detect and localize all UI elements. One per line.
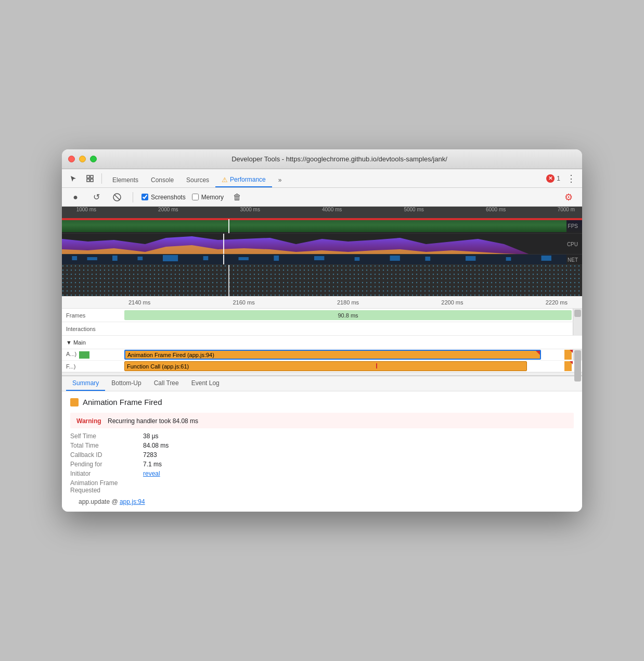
svg-rect-25 xyxy=(62,265,582,296)
tab-performance[interactable]: ⚠ Performance xyxy=(215,173,272,187)
svg-rect-18 xyxy=(355,257,360,261)
tab-call-tree[interactable]: Call Tree xyxy=(148,376,185,391)
flame-label-2: F...) xyxy=(62,363,124,370)
svg-rect-12 xyxy=(138,257,143,260)
stack-link[interactable]: app.js:94 xyxy=(120,498,145,505)
ruler-6000: 6000 ms xyxy=(486,207,506,212)
clear-button[interactable] xyxy=(110,190,124,205)
close-button[interactable] xyxy=(68,156,75,162)
settings-button[interactable]: ⚙ xyxy=(561,190,576,205)
maximize-button[interactable] xyxy=(90,156,97,162)
interactions-content xyxy=(124,322,582,335)
detail-ruler-marks: 2140 ms 2160 ms 2180 ms 2200 ms 2220 ms xyxy=(66,299,578,306)
tab-event-log[interactable]: Event Log xyxy=(185,376,226,391)
green-block xyxy=(79,351,89,359)
svg-rect-14 xyxy=(203,256,209,260)
net-row: NET xyxy=(62,255,582,265)
flame-content-1[interactable]: Animation Frame Fired (app.js:94) xyxy=(124,349,582,360)
cpu-label: CPU xyxy=(567,241,578,247)
frames-duration: 90.8 ms xyxy=(338,312,358,319)
bottom-tabs: Summary Bottom-Up Call Tree Event Log xyxy=(62,376,582,391)
function-call-bar[interactable]: Function Call (app.js:61) xyxy=(124,361,527,371)
summary-title-row: Animation Frame Fired xyxy=(70,398,574,406)
title-bar: Developer Tools - https://googlechrome.g… xyxy=(62,149,582,169)
cpu-row: CPU xyxy=(62,234,582,255)
flame-content-2[interactable]: Function Call (app.js:61) xyxy=(124,361,582,372)
svg-rect-15 xyxy=(239,257,249,260)
detail-mark-4: 2200 ms xyxy=(441,299,463,306)
ruler-2000: 2000 ms xyxy=(158,207,178,212)
detail-mark-2: 2160 ms xyxy=(233,299,254,306)
detail-ruler: 2140 ms 2160 ms 2180 ms 2200 ms 2220 ms xyxy=(62,296,582,309)
overview-area: 1000 ms 2000 ms 3000 ms 4000 ms 5000 ms … xyxy=(62,207,582,296)
warning-label: Warning xyxy=(76,417,101,425)
svg-rect-27 xyxy=(228,265,229,296)
minimize-button[interactable] xyxy=(79,156,86,162)
svg-rect-21 xyxy=(466,256,475,261)
tab-more[interactable]: » xyxy=(272,173,288,187)
frame-requested-key: Animation Frame Requested xyxy=(70,479,143,494)
flame-row-animation: A...) Animation Frame Fired (app.js:94) xyxy=(62,349,582,361)
frame-requested-row: Animation Frame Requested xyxy=(70,479,574,494)
svg-rect-17 xyxy=(314,256,324,260)
svg-rect-13 xyxy=(163,255,178,261)
detail-area: 2140 ms 2160 ms 2180 ms 2200 ms 2220 ms … xyxy=(62,296,582,375)
tab-bottom-up[interactable]: Bottom-Up xyxy=(105,376,147,391)
initiator-key: Initiator xyxy=(70,470,143,477)
panel-separator xyxy=(62,372,582,375)
trash-button[interactable]: 🗑 xyxy=(230,190,244,205)
cpu-chart xyxy=(62,234,566,254)
svg-rect-20 xyxy=(425,257,430,261)
fps-row: FPS xyxy=(62,218,582,234)
svg-rect-16 xyxy=(274,256,279,261)
warning-row: Warning Recurring handler took 84.08 ms xyxy=(70,413,574,428)
callback-id-key: Callback ID xyxy=(70,451,143,459)
total-time-key: Total Time xyxy=(70,442,143,449)
window-title: Developer Tools - https://googlechrome.g… xyxy=(103,155,576,163)
svg-rect-0 xyxy=(87,175,89,178)
inspect-icon[interactable] xyxy=(83,171,97,186)
summary-color-indicator xyxy=(70,398,79,406)
initiator-row: Initiator reveal xyxy=(70,470,574,477)
record-button[interactable]: ● xyxy=(68,190,83,205)
svg-rect-2 xyxy=(87,179,89,182)
callback-id-row: Callback ID 7283 xyxy=(70,451,574,459)
stack-row: app.update @ app.js:94 xyxy=(70,498,574,505)
summary-event-title: Animation Frame Fired xyxy=(83,398,162,406)
svg-rect-9 xyxy=(72,256,77,260)
svg-rect-3 xyxy=(91,179,93,182)
tab-summary[interactable]: Summary xyxy=(66,376,105,391)
screenshots-checkbox[interactable] xyxy=(141,194,148,200)
detail-mark-3: 2180 ms xyxy=(337,299,359,306)
traffic-lights xyxy=(68,156,97,162)
reload-record-button[interactable]: ↺ xyxy=(89,190,104,205)
ruler-7000: 7000 m xyxy=(558,207,575,212)
callback-id-val: 7283 xyxy=(143,451,157,459)
self-time-row: Self Time 38 μs xyxy=(70,433,574,440)
tab-elements[interactable]: Elements xyxy=(106,173,145,187)
pending-for-row: Pending for 7.1 ms xyxy=(70,461,574,468)
screenshots-toggle[interactable]: Screenshots xyxy=(141,194,186,201)
ruler-3000: 3000 ms xyxy=(240,207,260,212)
flame-label-1: A...) xyxy=(62,351,124,358)
ruler-marks: 1000 ms 2000 ms 3000 ms 4000 ms 5000 ms … xyxy=(66,207,578,218)
perf-toolbar: ● ↺ Screenshots Memory 🗑 ⚙ xyxy=(62,188,582,207)
interactions-track: Interactions xyxy=(62,322,582,336)
self-time-key: Self Time xyxy=(70,433,143,440)
main-label: ▼ Main xyxy=(62,339,124,346)
animation-frame-bar[interactable]: Animation Frame Fired (app.js:94) xyxy=(124,350,541,360)
toolbar-divider xyxy=(101,173,102,184)
memory-checkbox[interactable] xyxy=(192,194,199,200)
tab-console[interactable]: Console xyxy=(145,173,180,187)
initiator-link[interactable]: reveal xyxy=(143,470,160,477)
tab-sources[interactable]: Sources xyxy=(180,173,215,187)
pending-for-val: 7.1 ms xyxy=(143,461,162,468)
ruler-4000: 4000 ms xyxy=(322,207,342,212)
cursor-icon[interactable] xyxy=(66,171,81,186)
memory-toggle[interactable]: Memory xyxy=(192,194,224,201)
toolbar-divider-2 xyxy=(133,192,133,202)
ruler-1000: 1000 ms xyxy=(76,207,96,212)
more-options-button[interactable]: ⋮ xyxy=(564,173,578,184)
ruler-5000: 5000 ms xyxy=(404,207,423,212)
frames-label: Frames xyxy=(62,312,124,319)
